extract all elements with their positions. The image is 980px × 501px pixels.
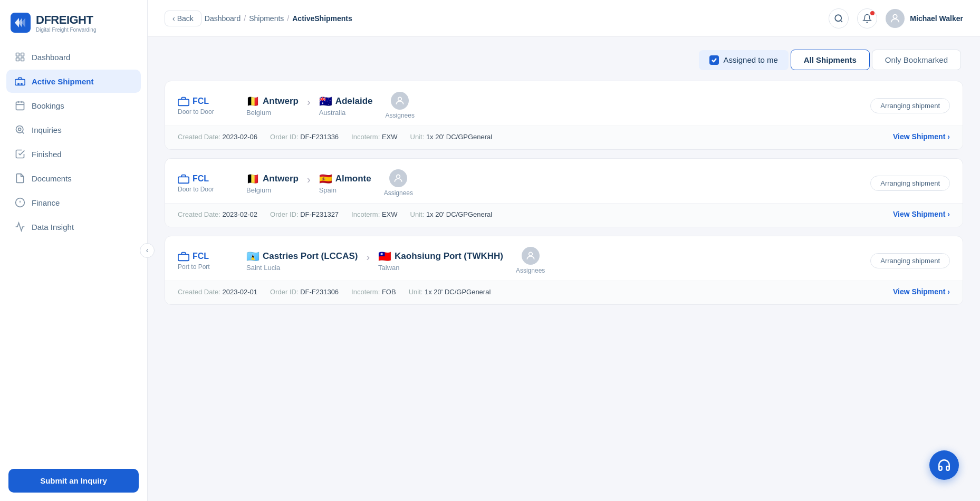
- user-avatar: [886, 9, 905, 28]
- back-label: Back: [177, 14, 194, 23]
- dashboard-icon: [15, 52, 25, 62]
- svg-point-29: [529, 252, 532, 256]
- svg-point-16: [18, 128, 21, 131]
- logo-text: DFREIGHT Digital Freight Forwarding: [36, 13, 97, 33]
- route-arrow-0: ›: [307, 96, 311, 115]
- support-fab[interactable]: [929, 450, 959, 480]
- view-shipment-button-0[interactable]: View Shipment ›: [893, 132, 950, 141]
- card-bottom-2: Created Date: 2023-02-01 Order ID: DF-F2…: [165, 281, 963, 304]
- to-flag-1: 🇪🇸: [319, 172, 332, 185]
- sidebar-item-inquiries[interactable]: Inquiries: [6, 118, 141, 141]
- chevron-right-icon: ›: [947, 287, 950, 296]
- card-route-1: FCL Door to Door 🇧🇪 Antwerp Belgium › 🇪🇸: [178, 169, 870, 197]
- assignee-avatar-1: [389, 169, 407, 187]
- route-to-1: 🇪🇸 Almonte Spain: [319, 172, 371, 194]
- card-route-0: FCL Door to Door 🇧🇪 Antwerp Belgium › 🇦🇺: [178, 92, 870, 119]
- meta-unit-1: Unit: 1x 20' DC/GPGeneral: [410, 210, 493, 218]
- breadcrumb-dashboard[interactable]: Dashboard: [205, 14, 241, 23]
- assignees-label-1: Assignees: [384, 189, 413, 197]
- sidebar-item-finance[interactable]: Finance: [6, 191, 141, 214]
- meta-created-2: Created Date: 2023-02-01: [178, 288, 257, 296]
- finance-icon: [15, 197, 25, 208]
- user-profile[interactable]: Michael Walker: [886, 9, 963, 28]
- sidebar-item-dashboard[interactable]: Dashboard: [6, 45, 141, 69]
- sidebar-label-data-insight: Data Insight: [32, 223, 74, 232]
- svg-point-27: [397, 175, 400, 178]
- sidebar-item-bookings[interactable]: Bookings: [6, 94, 141, 117]
- meta-created-0: Created Date: 2023-02-06: [178, 133, 257, 141]
- logo-area: DFREIGHT Digital Freight Forwarding: [0, 0, 147, 41]
- notifications-button[interactable]: [857, 8, 877, 28]
- svg-rect-8: [15, 80, 25, 85]
- assigned-to-me-filter[interactable]: Assigned to me: [699, 50, 788, 70]
- breadcrumb: ‹ Back Dashboard / Shipments / ActiveShi…: [165, 11, 352, 26]
- submit-inquiry-button[interactable]: Submit an Inquiry: [8, 469, 139, 493]
- breadcrumb-active: ActiveShipments: [292, 14, 352, 23]
- to-flag-2: 🇹🇼: [378, 250, 391, 263]
- card-meta-1: Created Date: 2023-02-02 Order ID: DF-F2…: [178, 210, 492, 218]
- from-flag-1: 🇧🇪: [246, 172, 260, 185]
- from-flag-0: 🇧🇪: [246, 95, 260, 108]
- back-button[interactable]: ‹ Back: [165, 11, 201, 26]
- only-bookmarked-filter[interactable]: Only Bookmarked: [872, 50, 961, 70]
- svg-point-15: [16, 126, 23, 133]
- svg-rect-24: [178, 99, 189, 105]
- assignee-avatar-2: [522, 247, 540, 265]
- route-to-0: 🇦🇺 Adelaide Australia: [319, 95, 373, 117]
- svg-rect-6: [16, 58, 20, 61]
- to-country-0: Australia: [319, 109, 346, 117]
- sidebar-item-documents[interactable]: Documents: [6, 167, 141, 190]
- meta-unit-0: Unit: 1x 20' DC/GPGeneral: [410, 133, 493, 141]
- route-arrow-2: ›: [366, 251, 370, 271]
- meta-order-0: Order ID: DF-F231336: [270, 133, 339, 141]
- sidebar-label-dashboard: Dashboard: [32, 53, 70, 62]
- fcl-icon: [178, 95, 189, 107]
- search-button[interactable]: [829, 8, 849, 28]
- sidebar-nav: Dashboard Active Shipment Bookings Inqui…: [0, 41, 147, 460]
- view-shipment-button-2[interactable]: View Shipment ›: [893, 287, 950, 296]
- meta-incoterm-0: Incoterm: EXW: [351, 133, 397, 141]
- assignees-1: Assignees: [384, 169, 413, 197]
- service-type-1: Door to Door: [178, 186, 214, 193]
- fcl-icon: [178, 173, 189, 185]
- route-to-2: 🇹🇼 Kaohsiung Port (TWKHH) Taiwan: [378, 250, 503, 272]
- from-city-1: 🇧🇪 Antwerp: [246, 172, 299, 185]
- data-insight-icon: [15, 221, 25, 232]
- from-city-0: 🇧🇪 Antwerp: [246, 95, 299, 108]
- svg-point-9: [18, 83, 20, 85]
- service-type-2: Port to Port: [178, 263, 210, 271]
- chevron-right-icon: ›: [947, 132, 950, 141]
- logo-title: DFREIGHT: [36, 13, 97, 27]
- from-country-0: Belgium: [246, 109, 271, 117]
- from-country-1: Belgium: [246, 186, 271, 194]
- route-from-1: 🇧🇪 Antwerp Belgium: [246, 172, 299, 194]
- svg-rect-11: [16, 102, 24, 110]
- active-shipment-icon: [15, 76, 25, 86]
- view-shipment-button-1[interactable]: View Shipment ›: [893, 210, 950, 218]
- service-type-0: Door to Door: [178, 108, 214, 115]
- card-top-2: FCL Port to Port 🇱🇨 Castries Port (LCCAS…: [165, 236, 963, 281]
- type-badge-2: FCL: [178, 250, 209, 262]
- route-arrow-1: ›: [307, 174, 311, 193]
- notification-dot: [870, 11, 875, 15]
- all-shipments-filter[interactable]: All Shipments: [791, 50, 870, 70]
- sidebar-label-finance: Finance: [32, 198, 60, 207]
- route-from-2: 🇱🇨 Castries Port (LCCAS) Saint Lucia: [246, 250, 358, 272]
- shipment-card: FCL Door to Door 🇧🇪 Antwerp Belgium › 🇪🇸: [165, 158, 963, 227]
- svg-rect-4: [16, 53, 20, 56]
- svg-line-22: [841, 20, 842, 22]
- sidebar-item-data-insight[interactable]: Data Insight: [6, 215, 141, 238]
- meta-created-1: Created Date: 2023-02-02: [178, 210, 257, 218]
- sidebar-collapse-button[interactable]: ‹: [140, 243, 155, 258]
- svg-rect-7: [21, 58, 24, 61]
- assignees-2: Assignees: [516, 247, 545, 274]
- from-country-2: Saint Lucia: [246, 264, 280, 272]
- sidebar-label-documents: Documents: [32, 174, 72, 183]
- assignees-label-2: Assignees: [516, 267, 545, 274]
- meta-incoterm-1: Incoterm: EXW: [351, 210, 397, 218]
- fcl-icon: [178, 250, 189, 262]
- sidebar-label-active-shipment: Active Shipment: [32, 77, 94, 86]
- breadcrumb-shipments[interactable]: Shipments: [249, 14, 284, 23]
- sidebar-item-active-shipment[interactable]: Active Shipment: [6, 70, 141, 93]
- sidebar-item-finished[interactable]: Finished: [6, 142, 141, 166]
